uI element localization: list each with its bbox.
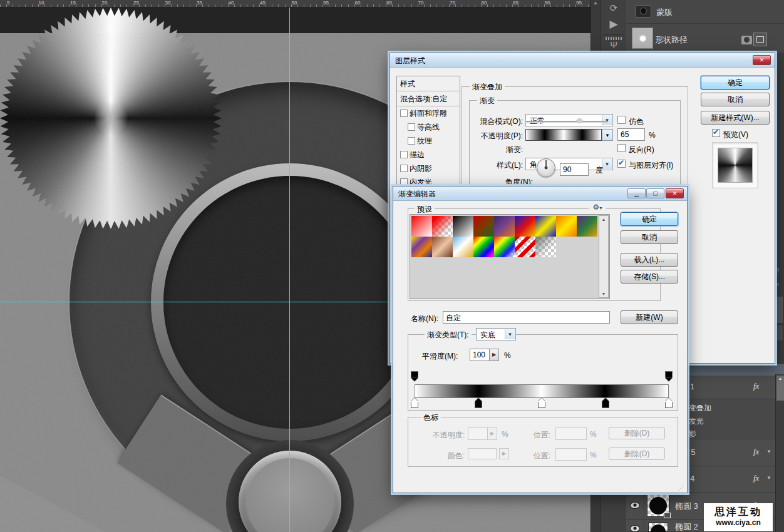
gradient-preset-blue-yellow-blue[interactable] (535, 216, 556, 237)
close-icon[interactable]: ✕ (666, 188, 684, 198)
reverse-checkbox[interactable] (617, 144, 626, 152)
gradient-preset-orange-yellow-orange[interactable] (556, 216, 577, 237)
visibility-eye-icon[interactable] (630, 502, 640, 509)
gradient-preset-neutral-density[interactable] (535, 237, 556, 257)
scroll-up-icon[interactable]: ▲ (599, 217, 608, 222)
gradient-preset-yellow-violet-orange-blue[interactable] (411, 237, 432, 257)
cancel-button[interactable]: 取消 (621, 230, 678, 244)
maximize-icon[interactable]: ▢ (646, 188, 664, 198)
gradient-preset-copper[interactable] (432, 237, 453, 257)
effect-item[interactable]: 变叠加 (689, 403, 711, 414)
dialog-titlebar[interactable]: 图层样式 (390, 53, 775, 68)
dialog-title: 图层样式 (395, 56, 425, 65)
scroll-up-icon[interactable]: ▲ (593, 0, 598, 6)
ok-button[interactable]: 确定 (701, 76, 770, 90)
gradient-label: 渐变: (464, 145, 523, 155)
gradient-preset-transparent-stripes[interactable] (515, 237, 535, 257)
collapse-effects-icon[interactable]: ▼ (766, 449, 771, 454)
collapse-effects-icon[interactable]: ▼ (766, 475, 771, 481)
load-button[interactable]: 载入(L)... (621, 253, 678, 267)
gradient-preset-red-green[interactable] (473, 216, 494, 237)
gradient-preset-violet-orange[interactable] (494, 216, 515, 237)
color-stop[interactable] (475, 398, 482, 408)
gradient-preset-red-transparent[interactable] (432, 216, 453, 237)
presets-scrollbar[interactable]: ▲ ▼ (599, 215, 609, 298)
smoothness-input[interactable]: 100 (470, 349, 490, 361)
blend-mode-select[interactable]: 正常 (525, 114, 613, 126)
add-vector-mask-icon[interactable] (753, 33, 767, 46)
knob (0, 8, 222, 229)
new-button[interactable]: 新建(W) (621, 310, 678, 324)
layer-thumbnail[interactable] (648, 523, 668, 532)
cancel-button[interactable]: 取消 (701, 93, 770, 106)
fx-badge[interactable]: fx (753, 473, 759, 483)
gradient-dropdown-icon[interactable]: ▾ (602, 129, 613, 141)
layers-scrollbar[interactable]: ▲ (775, 374, 784, 532)
gradient-preset-red-white[interactable] (411, 216, 432, 237)
name-input[interactable]: 自定 (443, 311, 610, 324)
resize-grip-icon[interactable]: ⋰ (678, 485, 684, 491)
layer-thumbnail[interactable] (647, 494, 669, 517)
effect-item[interactable]: 影 (689, 429, 696, 439)
ruler-number: 5 (7, 0, 9, 6)
ruler-number: 25 (133, 0, 139, 6)
fx-badge[interactable]: fx (753, 447, 759, 457)
style-list-item[interactable]: 样式 (397, 76, 460, 91)
style-list-item[interactable]: 混合选项:自定 (397, 91, 460, 106)
ok-button[interactable]: 确定 (621, 212, 678, 226)
gradient-preset-black-white[interactable] (453, 216, 473, 237)
color-stop[interactable] (411, 398, 418, 408)
dither-checkbox[interactable] (617, 116, 626, 124)
gradient-preset-purple-green-gold[interactable] (577, 216, 597, 237)
watermark-line2: www.ciya.cn (705, 518, 771, 527)
effect-item[interactable]: 发光 (689, 416, 704, 427)
minimize-icon[interactable]: ▁ (627, 188, 646, 198)
gradient-bar[interactable] (415, 384, 669, 398)
gradient-preset-blue-red-yellow[interactable] (515, 216, 535, 237)
brush-presets-icon[interactable]: Ψ (601, 40, 627, 50)
gradient-preset-transparent-rainbow[interactable] (494, 237, 515, 257)
preview-checkbox[interactable] (712, 129, 720, 137)
close-icon[interactable]: ✕ (753, 55, 771, 65)
ruler-number: 35 (197, 0, 202, 6)
visibility-eye-icon[interactable] (630, 525, 640, 532)
gradient-preset-spectrum[interactable] (473, 237, 494, 257)
angle-input[interactable]: 90 (560, 163, 589, 176)
actions-play-icon[interactable]: ▶ (601, 18, 627, 31)
add-pixel-mask-icon[interactable] (741, 36, 752, 44)
fx-badge[interactable]: fx (753, 381, 759, 391)
vertical-guide[interactable] (289, 8, 290, 532)
dots-grid-icon[interactable]: ⣿ (776, 268, 783, 273)
angle-dial[interactable] (537, 158, 555, 177)
color-stop[interactable] (665, 398, 673, 408)
opacity-stop[interactable] (411, 371, 418, 381)
history-panel-icon[interactable]: ⟳ (601, 3, 627, 14)
opacity-slider-track[interactable] (525, 121, 608, 123)
layers-scrollbar-thumb[interactable]: ▲ (776, 376, 784, 401)
edge-scroll-thumb[interactable] (776, 297, 783, 323)
gradient-preset-chrome[interactable] (453, 237, 473, 257)
ruler-number: 10 (39, 0, 44, 6)
opacity-label: 不透明度(P): (464, 131, 523, 141)
style-list-item[interactable]: 内阴影 (397, 161, 460, 175)
masks-panel-tab[interactable]: 蒙版 (656, 7, 673, 18)
color-stop[interactable] (602, 398, 609, 408)
style-list-item[interactable]: 描边 (397, 148, 460, 161)
opacity-input[interactable]: 65 (617, 128, 645, 141)
color-stop[interactable] (538, 398, 545, 408)
gradient-type-select[interactable]: 实底 (476, 328, 516, 340)
menu-lines-icon[interactable]: ≡ (776, 282, 783, 287)
delete-button: 删除(D) (609, 427, 665, 439)
new-style-button[interactable]: 新建样式(W)... (701, 111, 770, 125)
style-list-item[interactable]: 等高线 (397, 120, 460, 134)
shape-path-thumbnail[interactable] (632, 28, 653, 49)
style-list-item[interactable]: 斜面和浮雕 (397, 106, 460, 120)
align-checkbox[interactable] (617, 160, 626, 168)
smoothness-stepper-icon[interactable]: ▶ (490, 349, 499, 361)
gear-icon[interactable]: ⚙▾ (589, 202, 606, 212)
gradient-swatch[interactable] (525, 129, 602, 141)
save-button[interactable]: 存储(S)... (621, 270, 678, 284)
opacity-stop[interactable] (665, 371, 673, 381)
scroll-down-icon[interactable]: ▼ (599, 292, 608, 296)
style-list-item[interactable]: 纹理 (397, 134, 460, 148)
